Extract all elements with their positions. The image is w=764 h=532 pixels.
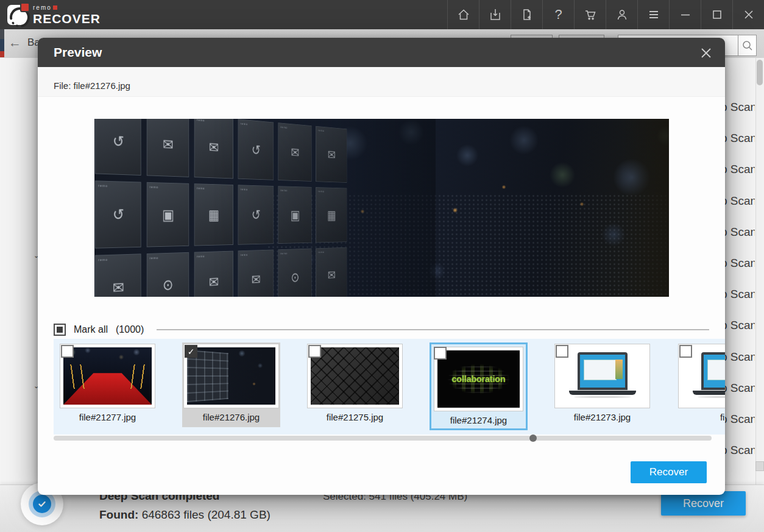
- title-bar: remo RECOVER ?: [0, 0, 764, 29]
- product-box-tile: remo⊙: [147, 252, 189, 297]
- preview-image: remo↺remo✉remo✉remo↺remo✉remo✉remo↺remo▣…: [94, 119, 669, 297]
- thumbnail-scrollbar-thumb[interactable]: [529, 434, 537, 442]
- thumbnail-checkbox[interactable]: ✓: [434, 347, 447, 360]
- recover-button-background[interactable]: Recover: [661, 491, 746, 516]
- background-list-row[interactable]: p Scan: [721, 101, 755, 115]
- divider: [157, 329, 709, 330]
- left-edge-fragment: [0, 29, 4, 39]
- thumbnail-tile[interactable]: ✓ file#21273.jpg: [553, 342, 651, 422]
- found-status-text: Found: 646863 files (204.81 GB): [99, 508, 271, 522]
- product-box-tile: remo✉: [194, 119, 233, 179]
- thumbnail-image: [187, 347, 275, 405]
- vertical-scrollbar[interactable]: [755, 58, 764, 484]
- thumbnail-tile[interactable]: ✓ collaboration file#21274.jpg: [430, 342, 528, 430]
- thumbnail-scrollbar-track[interactable]: [54, 436, 712, 441]
- account-icon[interactable]: [606, 0, 637, 29]
- product-box-tile: remo⊙: [278, 249, 312, 297]
- found-label: Found:: [99, 508, 138, 521]
- background-list-row[interactable]: p Scan: [721, 225, 755, 240]
- close-button[interactable]: [732, 0, 764, 29]
- thumbnail-checkbox[interactable]: ✓: [61, 345, 74, 358]
- thumbnail-image: [311, 347, 399, 405]
- product-box-tile: remo✉: [238, 250, 274, 297]
- mark-all-checkbox[interactable]: [54, 324, 66, 336]
- app-window: remo RECOVER ?: [0, 0, 764, 532]
- scrollbar-corner: [755, 461, 764, 471]
- found-value: 646863 files (204.81 GB): [142, 508, 271, 521]
- brand-small: remo: [33, 5, 52, 11]
- thumbnail-checkbox[interactable]: ✓: [308, 345, 321, 358]
- thumbnail-checkbox[interactable]: ✓: [556, 345, 568, 358]
- titlebar-actions: ?: [447, 0, 764, 29]
- product-box-tile: remo✉: [278, 122, 312, 182]
- thumbnail-filename: file#21275.jpg: [306, 412, 404, 422]
- preview-file-name: File: file#21276.jpg: [54, 80, 130, 91]
- maximize-button[interactable]: [701, 0, 732, 29]
- product-box-tile: remo↺: [95, 180, 141, 248]
- product-box-tile: remo▣: [147, 182, 189, 247]
- thumbnail-tile[interactable]: ✓ file#21277.jpg: [58, 342, 157, 422]
- background-list-row[interactable]: p Scan: [721, 257, 755, 271]
- cart-icon[interactable]: [574, 0, 606, 29]
- thumbnail-filename: file#21273.jpg: [553, 412, 651, 422]
- import-session-icon[interactable]: [479, 0, 511, 29]
- thumbnail-filename: file: [677, 412, 725, 422]
- back-arrow-icon: ←: [9, 35, 21, 50]
- product-box-tile: remo▦: [194, 183, 233, 246]
- background-list-row[interactable]: p Scan: [721, 381, 755, 396]
- background-list-row[interactable]: p Scan: [721, 132, 755, 146]
- product-box-wall: remo↺remo✉remo✉remo↺remo✉remo✉remo↺remo▣…: [94, 119, 351, 297]
- checkmark-icon: [33, 495, 51, 513]
- preview-modal: Preview File: file#21276.jpg remo↺remo✉r…: [38, 38, 725, 495]
- background-list-row[interactable]: p Scan: [721, 288, 755, 302]
- background-list-row[interactable]: p Scan: [721, 194, 755, 209]
- thumbnail-image: collaboration: [437, 350, 520, 408]
- remo-logo-icon: [7, 5, 27, 25]
- background-list-row[interactable]: p Scan: [721, 444, 755, 458]
- product-box-tile: remo↺: [238, 119, 274, 180]
- mark-all-label: Mark all: [74, 324, 108, 335]
- thumbnail-image: [558, 347, 646, 405]
- thumbnail-strip: ✓ file#21277.jpg ✓ file#21276.jpg: [54, 339, 725, 434]
- home-icon[interactable]: [447, 0, 479, 29]
- search-icon: [741, 40, 754, 52]
- product-box-tile: remo✉: [95, 254, 141, 297]
- product-box-tile: remo✉: [194, 251, 233, 297]
- left-edge-fragment: [0, 39, 4, 51]
- background-list-row[interactable]: p Scan: [721, 319, 755, 333]
- brand-large: RECOVER: [33, 12, 101, 25]
- modal-header: Preview: [38, 38, 725, 67]
- product-box-tile: remo▣: [278, 186, 312, 244]
- menu-icon[interactable]: [637, 0, 669, 29]
- thumbnail-tile[interactable]: ✓ file#21276.jpg: [182, 342, 280, 427]
- product-box-tile: remo↺: [95, 119, 141, 176]
- thumbnail-checkbox[interactable]: ✓: [185, 345, 197, 358]
- modal-close-icon[interactable]: [698, 45, 714, 61]
- app-logo: remo RECOVER: [7, 5, 101, 25]
- product-box-tile: remo✉: [316, 247, 347, 297]
- mark-all-row: Mark all (1000): [54, 324, 709, 336]
- background-list-row[interactable]: p Scan: [721, 413, 755, 427]
- mark-all-count: (1000): [116, 324, 144, 335]
- search-button[interactable]: [738, 35, 757, 56]
- product-box-tile: remo▦: [316, 187, 347, 243]
- minimize-button[interactable]: [669, 0, 701, 29]
- background-list-row[interactable]: p Scan: [721, 350, 755, 365]
- vertical-scrollbar-thumb[interactable]: [757, 60, 763, 85]
- left-edge-fragment: [0, 51, 4, 57]
- thumbnail-tile[interactable]: ✓ file: [677, 342, 725, 422]
- thumbnail-tile[interactable]: ✓ file#21275.jpg: [306, 342, 404, 422]
- thumbnail-filename: file#21276.jpg: [182, 412, 280, 422]
- thumbnail-filename: file#21277.jpg: [58, 412, 157, 422]
- product-box-tile: remo✉: [147, 119, 189, 177]
- help-icon[interactable]: ?: [542, 0, 574, 29]
- background-list-row[interactable]: p Scan: [721, 163, 755, 177]
- recover-button-modal[interactable]: Recover: [631, 461, 707, 483]
- thumbnail-image: [63, 347, 152, 405]
- open-file-icon[interactable]: [511, 0, 542, 29]
- modal-title: Preview: [54, 45, 102, 60]
- thumbnail-filename: file#21274.jpg: [431, 415, 526, 425]
- product-box-tile: remo↺: [238, 185, 274, 244]
- product-box-tile: remo✉: [316, 126, 347, 183]
- thumbnail-checkbox[interactable]: ✓: [679, 345, 692, 358]
